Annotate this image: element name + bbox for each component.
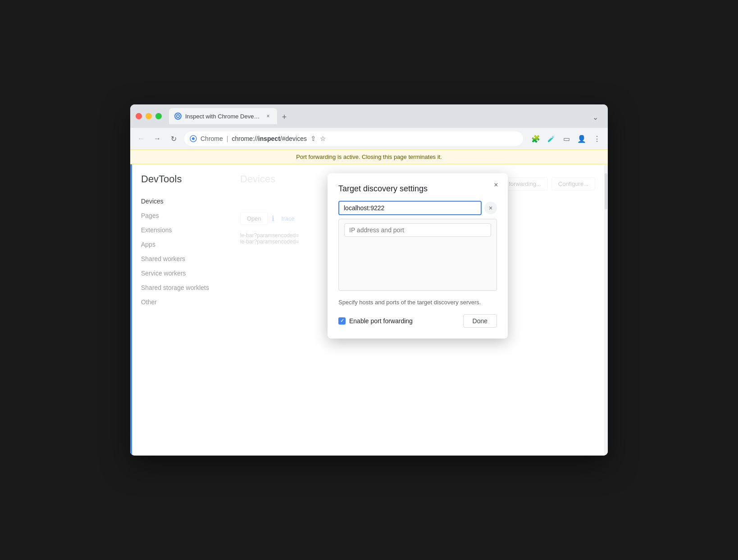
modal-close-button[interactable]: × <box>490 179 502 191</box>
modal-dialog: × Target discovery settings × Specify ho… <box>328 173 508 339</box>
extensions-icon[interactable]: 🧩 <box>528 131 543 146</box>
new-tab-button[interactable]: + <box>277 110 292 124</box>
browser-window: Inspect with Chrome Develope × + ⌄ ← → ↻… <box>130 104 608 456</box>
tab-bar: Inspect with Chrome Develope × + ⌄ <box>169 108 602 124</box>
info-bar-message: Port forwarding is active. Closing this … <box>296 154 442 160</box>
active-tab[interactable]: Inspect with Chrome Develope × <box>169 108 277 124</box>
sidebar: DevTools Devices Pages Extensions Apps S… <box>132 164 231 456</box>
modal-title: Target discovery settings <box>338 184 497 194</box>
main-content: Devices Port forwarding... Configure... … <box>231 164 604 456</box>
tab-close-button[interactable]: × <box>264 113 272 120</box>
sidebar-item-other[interactable]: Other <box>132 295 231 309</box>
sidebar-item-service-workers[interactable]: Service workers <box>132 266 231 280</box>
svg-point-3 <box>192 137 195 140</box>
info-bar: Port forwarding is active. Closing this … <box>130 149 608 164</box>
devtools-icon[interactable]: 🧪 <box>544 131 558 146</box>
done-button[interactable]: Done <box>463 314 497 328</box>
scrollbar-thumb[interactable] <box>605 173 607 209</box>
modal-list-inner <box>339 219 497 241</box>
title-bar: Inspect with Chrome Develope × + ⌄ <box>130 104 608 128</box>
modal-overlay: × Target discovery settings × Specify ho… <box>231 164 604 456</box>
address-actions: ⇧ ☆ <box>310 135 326 143</box>
sidebar-item-apps[interactable]: Apps <box>132 237 231 252</box>
address-separator: | <box>227 135 228 142</box>
port-forwarding-checkbox[interactable]: ✓ <box>338 317 346 325</box>
content-area: DevTools Devices Pages Extensions Apps S… <box>130 164 608 456</box>
minimize-traffic-light[interactable] <box>146 113 152 119</box>
modal-description: Specify hosts and ports of the target di… <box>338 298 497 307</box>
reload-button[interactable]: ↻ <box>166 131 181 146</box>
reading-mode-icon[interactable]: ▭ <box>559 131 574 146</box>
scrollbar <box>604 164 608 456</box>
share-icon[interactable]: ⇧ <box>310 135 316 143</box>
address-url: chrome://inspect/#devices <box>232 135 307 142</box>
close-traffic-light[interactable] <box>136 113 142 119</box>
profile-icon[interactable]: 👤 <box>574 131 589 146</box>
host-input[interactable] <box>338 201 482 215</box>
input-clear-button[interactable]: × <box>484 202 497 214</box>
checkmark-icon: ✓ <box>340 318 344 324</box>
nav-bar: ← → ↻ Chrome | chrome://inspect/#devices… <box>130 128 608 149</box>
port-forwarding-checkbox-label[interactable]: ✓ Enable port forwarding <box>338 317 413 325</box>
sidebar-item-shared-storage[interactable]: Shared storage worklets <box>132 280 231 295</box>
menu-icon[interactable]: ⋮ <box>590 131 604 146</box>
address-path: /#devices <box>280 135 307 142</box>
address-bold: inspect <box>258 135 280 142</box>
sidebar-title: DevTools <box>132 173 231 194</box>
address-bar[interactable]: Chrome | chrome://inspect/#devices ⇧ ☆ <box>184 131 523 146</box>
toolbar-icons: 🧩 🧪 ▭ 👤 ⋮ <box>528 131 604 146</box>
sidebar-item-pages[interactable]: Pages <box>132 208 231 223</box>
bookmark-icon[interactable]: ☆ <box>320 135 326 143</box>
traffic-lights <box>136 113 162 119</box>
sidebar-item-devices[interactable]: Devices <box>132 194 231 208</box>
forward-button[interactable]: → <box>150 131 164 146</box>
chrome-icon <box>190 135 197 142</box>
placeholder-input[interactable] <box>344 223 491 237</box>
back-button[interactable]: ← <box>134 131 148 146</box>
sidebar-item-shared-workers[interactable]: Shared workers <box>132 252 231 266</box>
modal-list-area <box>338 219 497 291</box>
modal-input-row: × <box>338 201 497 215</box>
modal-footer: ✓ Enable port forwarding Done <box>338 314 497 328</box>
sidebar-item-extensions[interactable]: Extensions <box>132 223 231 237</box>
address-scheme: Chrome <box>200 135 223 142</box>
svg-point-1 <box>177 115 179 117</box>
maximize-traffic-light[interactable] <box>155 113 162 119</box>
tab-overflow-button[interactable]: ⌄ <box>588 110 602 124</box>
tab-favicon <box>174 113 182 120</box>
tab-title: Inspect with Chrome Develope <box>185 113 261 120</box>
checkbox-label-text: Enable port forwarding <box>349 317 413 325</box>
